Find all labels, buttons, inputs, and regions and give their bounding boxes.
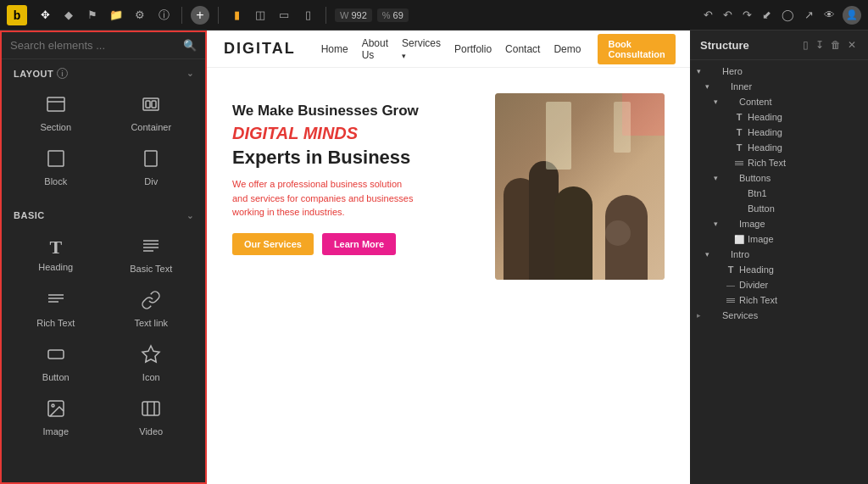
icon-label: Icon <box>142 372 160 382</box>
div-element[interactable]: Div <box>104 140 199 193</box>
tree-item[interactable]: Rich Text <box>690 292 868 308</box>
video-element[interactable]: Video <box>104 390 199 443</box>
tree-item[interactable]: THeading <box>690 109 868 125</box>
toolbar-icon-settings[interactable]: ⚙ <box>131 6 149 25</box>
our-services-button[interactable]: Our Services <box>232 233 314 255</box>
tree-item-label: Heading <box>748 127 782 137</box>
nav-about[interactable]: About Us <box>362 37 388 61</box>
hero-subtitle: We Make Businesses Grow <box>232 102 478 120</box>
tree-item[interactable]: ⬜Image <box>690 231 868 247</box>
user-icon[interactable]: 👤 <box>843 6 861 25</box>
tree-type-icon: T <box>733 142 745 153</box>
tree-item[interactable]: ▸Services <box>690 308 868 323</box>
button-label: Button <box>42 372 70 382</box>
block-label: Block <box>44 176 67 186</box>
container-element[interactable]: Container <box>104 86 199 139</box>
tree-item[interactable]: ▾Hero <box>690 64 868 79</box>
hero-title: Experts in Business <box>232 147 478 169</box>
percent-stat: % 69 <box>377 8 409 22</box>
tree-chevron-icon: ▾ <box>705 82 714 91</box>
toolbar-icon-folder[interactable]: 📁 <box>107 6 125 25</box>
tree-item-label: Image <box>739 219 765 229</box>
basic-section: BASIC ⌄ T Heading Basic Text <box>2 202 205 452</box>
export-icon[interactable]: ↗ <box>802 6 816 24</box>
delete-icon[interactable]: 🗑 <box>829 37 843 53</box>
toolbar-icon-tablet[interactable]: ▭ <box>275 6 293 25</box>
nav-demo[interactable]: Demo <box>554 43 581 55</box>
tree-item[interactable]: Btn1 <box>690 186 868 201</box>
tree-item-label: Heading <box>739 264 774 275</box>
basic-text-element[interactable]: Basic Text <box>104 227 199 281</box>
heading-element[interactable]: T Heading <box>8 227 103 281</box>
svg-rect-14 <box>48 350 64 359</box>
structure-tree: ▾Hero▾Inner▾ContentTHeadingTHeadingTHead… <box>690 60 868 484</box>
button-element[interactable]: Button <box>8 336 103 389</box>
tree-type-icon: ⬜ <box>733 235 745 244</box>
toolbar-icon-shield[interactable]: ◆ <box>59 6 78 25</box>
image-element[interactable]: Image <box>8 390 103 443</box>
tree-item-label: Hero <box>722 66 743 76</box>
rich-text-element[interactable]: Rich Text <box>8 281 103 335</box>
tree-item-label: Heading <box>748 142 782 153</box>
close-panel-icon[interactable]: ✕ <box>846 37 858 53</box>
hero-buttons: Our Services Learn More <box>232 233 478 255</box>
tree-item-label: Rich Text <box>739 295 777 305</box>
icon-element[interactable]: Icon <box>104 336 199 389</box>
layers-icon[interactable]: ⬋ <box>760 6 774 24</box>
tree-chevron-icon: ▾ <box>714 174 722 182</box>
nav-contact[interactable]: Contact <box>505 43 540 55</box>
copy-icon[interactable]: ▯ <box>801 37 810 53</box>
redo-icon[interactable]: ↷ <box>740 6 754 24</box>
text-link-element[interactable]: Text link <box>104 281 199 335</box>
toolbar-icon-help[interactable]: ⓘ <box>154 6 173 25</box>
hero-image-inner <box>495 93 665 280</box>
tree-chevron-icon: ▸ <box>697 311 705 320</box>
tree-item[interactable]: THeading <box>690 125 868 140</box>
nav-home[interactable]: Home <box>321 43 348 55</box>
learn-more-button[interactable]: Learn More <box>322 233 396 255</box>
tree-item[interactable]: ▾Content <box>690 94 868 109</box>
left-panel: 🔍 LAYOUT i ⌄ Section <box>0 31 207 484</box>
tree-item[interactable]: THeading <box>690 262 868 277</box>
tree-type-icon: T <box>733 112 745 122</box>
undo2-icon[interactable]: ↶ <box>721 6 735 24</box>
toolbar-icon-bookmark[interactable]: ✥ <box>36 6 54 25</box>
tree-chevron-icon: ▾ <box>705 250 714 259</box>
div-icon <box>141 148 161 171</box>
block-element[interactable]: Block <box>8 140 103 193</box>
svg-rect-6 <box>145 151 157 166</box>
tree-item[interactable]: THeading <box>690 140 868 155</box>
toolbar-separator <box>181 7 182 24</box>
layout-section-header[interactable]: LAYOUT i ⌄ <box>2 64 205 82</box>
tree-item[interactable]: —Divider <box>690 277 868 292</box>
nav-portfolio[interactable]: Portfolio <box>454 43 492 55</box>
nav-services[interactable]: Services <box>402 37 441 61</box>
eye-icon[interactable]: 👁 <box>821 6 837 24</box>
basic-chevron: ⌄ <box>186 211 194 220</box>
toolbar-icon-breakpoint[interactable]: ▮ <box>227 6 246 25</box>
search-input[interactable] <box>10 39 178 52</box>
video-icon <box>141 398 161 421</box>
search-icon: 🔍 <box>183 39 197 52</box>
tree-item[interactable]: ▾Buttons <box>690 170 868 186</box>
hero-text: We Make Businesses Grow DIGITAL MINDS Ex… <box>232 93 478 255</box>
toolbar-icon-flag[interactable]: ⚑ <box>83 6 102 25</box>
nav-cta-button[interactable]: Book Consultation <box>598 34 675 64</box>
heading-label: Heading <box>38 262 73 272</box>
toolbar-icon-mobile[interactable]: ▯ <box>298 6 317 25</box>
logo-button[interactable]: b <box>7 5 27 25</box>
wordpress-icon[interactable]: ◯ <box>779 6 797 24</box>
basic-section-header[interactable]: BASIC ⌄ <box>2 207 205 224</box>
tree-item[interactable]: Button <box>690 201 868 216</box>
basic-text-icon <box>141 236 161 259</box>
undo-icon[interactable]: ↶ <box>701 6 715 24</box>
tree-item[interactable]: Rich Text <box>690 155 868 170</box>
tree-item-label: Buttons <box>739 173 771 183</box>
toolbar-icon-desktop[interactable]: ◫ <box>251 6 270 25</box>
section-element[interactable]: Section <box>8 86 103 139</box>
add-element-button[interactable]: + <box>191 6 209 25</box>
download-icon[interactable]: ↧ <box>814 37 826 53</box>
tree-item[interactable]: ▾Intro <box>690 247 868 262</box>
tree-item[interactable]: ▾Image <box>690 216 868 231</box>
tree-item[interactable]: ▾Inner <box>690 79 868 94</box>
